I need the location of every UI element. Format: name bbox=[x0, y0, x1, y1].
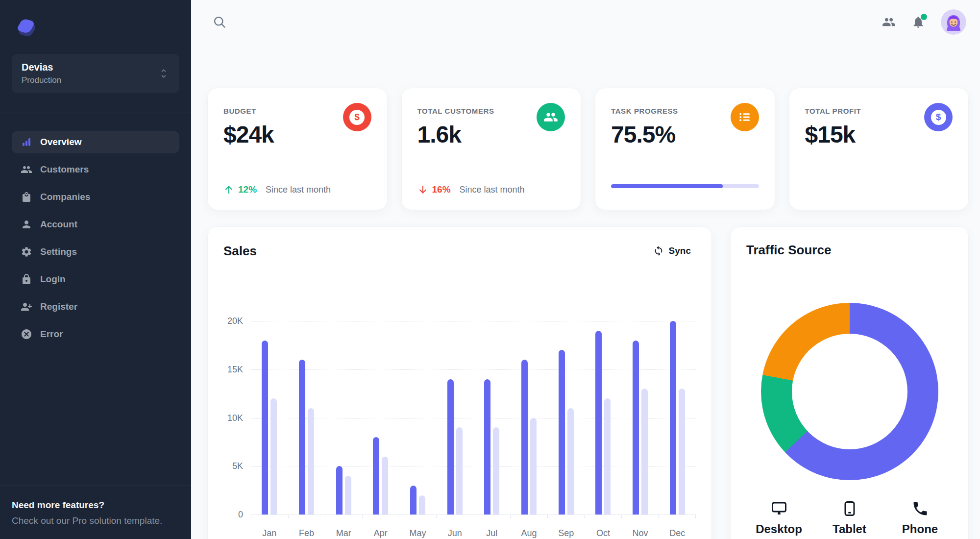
sidebar-footer-title: Need more features? bbox=[12, 500, 179, 511]
axis-tick bbox=[288, 514, 289, 518]
bar-group bbox=[659, 321, 696, 514]
contacts-users-icon[interactable] bbox=[882, 15, 896, 29]
trend-caption: Since last month bbox=[266, 185, 331, 195]
stat-label: BUDGET bbox=[223, 103, 274, 115]
bar-group bbox=[288, 321, 325, 514]
traffic-source-panel: Traffic Source Desktop bbox=[731, 227, 968, 539]
lock-icon bbox=[21, 273, 32, 285]
stat-trend: 16% Since last month bbox=[417, 184, 565, 195]
sales-bar bbox=[595, 331, 602, 514]
bar-group bbox=[585, 321, 622, 514]
sync-icon bbox=[653, 245, 664, 256]
sales-bar bbox=[262, 341, 268, 515]
axis-tick bbox=[510, 514, 511, 518]
month-label: Aug bbox=[511, 528, 548, 539]
sales-bar bbox=[484, 379, 490, 515]
gear-icon bbox=[21, 246, 32, 258]
sidebar-item-label: Login bbox=[40, 274, 66, 285]
workspace-selector[interactable]: Devias Production bbox=[12, 54, 179, 93]
sidebar-item-error[interactable]: Error bbox=[12, 323, 179, 345]
y-tick: 20K bbox=[227, 316, 243, 326]
sales-bar bbox=[270, 398, 277, 514]
stat-card-budget: BUDGET $24k $ 12% Since last month bbox=[208, 88, 387, 210]
sales-bar bbox=[447, 379, 454, 515]
devias-logo[interactable] bbox=[16, 16, 40, 39]
axis-tick bbox=[251, 514, 251, 518]
sidebar-item-settings[interactable]: Settings bbox=[12, 241, 179, 263]
sidebar-item-overview[interactable]: Overview bbox=[12, 131, 179, 153]
month-label: Nov bbox=[622, 528, 659, 539]
user-plus-icon bbox=[21, 301, 32, 313]
x-circle-icon bbox=[21, 328, 32, 340]
month-label: Jan bbox=[251, 528, 288, 539]
sales-bar-plot bbox=[251, 321, 696, 514]
avatar[interactable] bbox=[941, 9, 966, 35]
sales-y-axis: 20K 15K 10K 5K 0 bbox=[223, 321, 251, 514]
sales-bar bbox=[382, 457, 388, 515]
stat-value: $24k bbox=[223, 121, 274, 148]
device-phone: Phone bbox=[897, 500, 944, 536]
sidebar-item-companies[interactable]: Companies bbox=[12, 186, 179, 208]
sales-bar bbox=[410, 486, 416, 514]
bar-group bbox=[622, 321, 659, 514]
sales-bar bbox=[604, 398, 611, 514]
list-icon bbox=[731, 103, 759, 131]
content-area: BUDGET $24k $ 12% Since last month bbox=[191, 0, 980, 539]
traffic-donut bbox=[761, 303, 938, 480]
axis-tick bbox=[584, 514, 585, 518]
bar-group bbox=[251, 321, 288, 514]
axis-tick bbox=[399, 514, 399, 518]
workspace-environment: Production bbox=[22, 75, 61, 85]
task-progress-fill bbox=[611, 184, 723, 188]
bar-group bbox=[473, 321, 511, 514]
sales-bar bbox=[308, 408, 314, 514]
stat-label: TOTAL CUSTOMERS bbox=[417, 103, 494, 115]
sync-button[interactable]: Sync bbox=[648, 243, 696, 259]
stats-row: BUDGET $24k $ 12% Since last month bbox=[208, 88, 968, 210]
desktop-icon bbox=[770, 500, 788, 517]
month-label: Apr bbox=[362, 528, 399, 539]
sales-bar bbox=[641, 389, 648, 514]
bar-group bbox=[547, 321, 585, 514]
phone-icon bbox=[911, 500, 929, 517]
sync-label: Sync bbox=[669, 245, 691, 256]
workspace-name: Devias bbox=[22, 62, 61, 73]
sales-bar bbox=[567, 408, 574, 514]
month-label: Jun bbox=[436, 528, 473, 539]
sales-title: Sales bbox=[223, 244, 257, 259]
sidebar-item-customers[interactable]: Customers bbox=[12, 158, 179, 181]
sales-bar bbox=[679, 389, 685, 514]
sidebar: Devias Production Overview Customers bbox=[0, 0, 191, 539]
sales-bar bbox=[456, 427, 463, 514]
sidebar-item-label: Register bbox=[40, 301, 77, 312]
bar-chart-icon bbox=[21, 136, 32, 148]
stat-value: 1.6k bbox=[417, 121, 494, 148]
sidebar-item-account[interactable]: Account bbox=[12, 213, 179, 236]
sidebar-item-label: Error bbox=[40, 329, 63, 340]
y-tick: 10K bbox=[227, 413, 243, 423]
sidebar-item-label: Settings bbox=[40, 246, 77, 257]
sidebar-item-login[interactable]: Login bbox=[12, 268, 179, 291]
sales-bar bbox=[633, 341, 639, 515]
sales-month-labels: JanFebMarAprMayJunJulAugSepOctNovDec bbox=[251, 528, 696, 539]
bell-icon[interactable] bbox=[911, 15, 925, 29]
month-label: Sep bbox=[547, 528, 585, 539]
users-icon bbox=[21, 164, 32, 175]
sales-bar-plot-area bbox=[251, 321, 696, 514]
bag-icon bbox=[21, 191, 32, 203]
sidebar-footer-subtitle: Check out our Pro solution template. bbox=[12, 515, 179, 526]
sales-bar bbox=[419, 495, 425, 515]
app-root: Devias Production Overview Customers bbox=[0, 0, 980, 539]
dashboard-main: BUDGET $24k $ 12% Since last month bbox=[191, 44, 980, 539]
x-axis-ticks bbox=[251, 514, 696, 518]
stat-trend: 12% Since last month bbox=[223, 184, 371, 195]
sales-bar bbox=[559, 350, 565, 514]
sidebar-item-register[interactable]: Register bbox=[12, 295, 179, 318]
month-label: Mar bbox=[325, 528, 362, 539]
search-icon[interactable] bbox=[213, 15, 226, 29]
sidebar-item-label: Companies bbox=[40, 192, 90, 202]
device-label: Tablet bbox=[833, 522, 866, 536]
sidebar-item-label: Account bbox=[40, 219, 77, 230]
axis-tick bbox=[362, 514, 363, 518]
stat-card-task-progress: TASK PROGRESS 75.5% bbox=[595, 88, 775, 210]
